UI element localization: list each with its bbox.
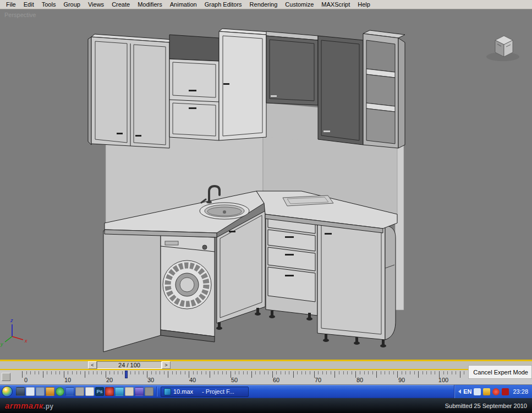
system-tray: EN 23:28 [454,385,532,398]
watermark-strip: аrтталк.ру Submitted 25 September 2010 [0,398,532,413]
axis-label-y: y [0,341,3,347]
trackbar-tick-label: 30 [147,377,154,383]
tray-icon[interactable] [483,388,490,395]
menu-item-create[interactable]: Create [108,1,134,8]
menu-item-tools[interactable]: Tools [38,1,60,8]
menu-item-file[interactable]: File [2,1,20,8]
quick-launch-icon[interactable] [85,387,94,396]
trackbar-tick-label: 60 [273,377,279,383]
menu-item-views[interactable]: Views [84,1,108,8]
menu-item-edit[interactable]: Edit [20,1,38,8]
trackbar-tick-label: 0 [24,377,28,383]
trackbar-tick-label: 20 [106,377,113,383]
trackbar-tick-label: 70 [315,377,321,383]
trackbar-tick-label: 80 [357,377,363,383]
washing-machine [103,231,215,352]
menu-item-animation[interactable]: Animation [166,1,201,8]
upper-cabinets [88,29,363,148]
trackbar-tick-label: 100 [438,377,448,383]
menu-item-maxscript[interactable]: MAXScript [317,1,354,8]
artalk-logo-domain: .ру [43,403,54,410]
antivirus-tray-icon[interactable] [492,388,500,395]
artalk-logo-name: аrтталк [5,401,43,410]
quick-launch-icon[interactable] [36,387,45,396]
next-frame-button[interactable]: > [162,361,171,369]
task-window-title: - Project F... [202,388,234,395]
menu-item-help[interactable]: Help [354,1,374,8]
quick-launch-icon[interactable] [56,387,64,396]
menu-item-graph-editors[interactable]: Graph Editors [201,1,246,8]
taskbar-divider [156,387,157,396]
language-indicator[interactable]: EN [463,388,471,395]
cancel-expert-mode-button[interactable]: Cancel Expert Mode [473,369,528,376]
trackbar-tick-label: 10 [64,377,71,383]
time-slider-frame-display[interactable]: 24 / 100 [97,361,162,369]
previous-frame-button[interactable]: < [88,361,97,369]
perspective-viewport[interactable]: Perspective [0,9,532,360]
trackbar-tick-label: 50 [231,377,238,383]
photoshop-icon-glyph: Ps [96,389,102,394]
quick-launch-icon[interactable] [46,387,54,396]
menu-item-modifiers[interactable]: Modifiers [134,1,166,8]
quick-launch-icon[interactable] [105,387,114,396]
submitted-date: Submitted 25 September 2010 [445,403,527,409]
render-cube-watermark [486,36,519,61]
taskbar: Ps 10.max - Project F... EN 23:28 [0,385,532,398]
sink [200,203,249,219]
time-slider: < 24 / 100 > [88,361,171,369]
taskbar-task-3dsmax[interactable]: 10.max - Project F... [161,387,249,397]
task-file-name: 10.max [173,388,193,395]
trackbar-tick-label: 40 [189,377,196,383]
taskbar-clock[interactable]: 23:28 [513,388,528,395]
tray-icon[interactable] [502,388,509,395]
tray-icon[interactable] [474,388,481,395]
drawer-unit [266,209,317,316]
axis-label-x: x [24,338,28,344]
hide-tray-icons-icon[interactable] [458,389,461,394]
quick-launch-icon[interactable] [26,387,35,396]
show-desktop-icon[interactable] [16,387,25,396]
right-base-cabinet [317,216,396,340]
quick-launch-icon[interactable] [135,387,144,396]
mini-curve-editor-button[interactable] [2,373,10,381]
current-frame-marker[interactable] [125,371,128,378]
axis-label-z: z [10,318,13,323]
viewport-label[interactable]: Perspective [4,12,36,18]
axis-tripod: z x y [0,318,28,347]
menu-item-customize[interactable]: Customize [281,1,317,8]
3dsmax-app-icon [164,388,171,395]
quick-launch-icon[interactable] [75,387,84,396]
quick-launch-icon[interactable] [115,387,124,396]
photoshop-icon[interactable]: Ps [95,387,104,396]
track-bar[interactable]: 0 10 20 30 40 50 60 70 80 90 100 [0,370,532,385]
internet-explorer-icon[interactable] [65,387,74,396]
start-button[interactable] [2,386,13,397]
quick-launch-icon[interactable] [125,387,134,396]
time-slider-row: < 24 / 100 > [0,360,532,370]
cancel-expert-mode-panel: Cancel Expert Mode [468,365,532,379]
menu-item-group[interactable]: Group [59,1,84,8]
trackbar-tick-label: 90 [398,377,405,383]
open-shelf-unit [363,30,405,148]
menu-bar: File Edit Tools Group Views Create Modif… [0,0,532,9]
quick-launch-icon[interactable] [145,387,153,396]
menu-item-rendering[interactable]: Rendering [246,1,282,8]
kitchen-model-render: z x y [0,9,532,360]
3dsmax-window: File Edit Tools Group Views Create Modif… [0,0,532,413]
artalk-logo: аrтталк.ру [5,401,54,410]
